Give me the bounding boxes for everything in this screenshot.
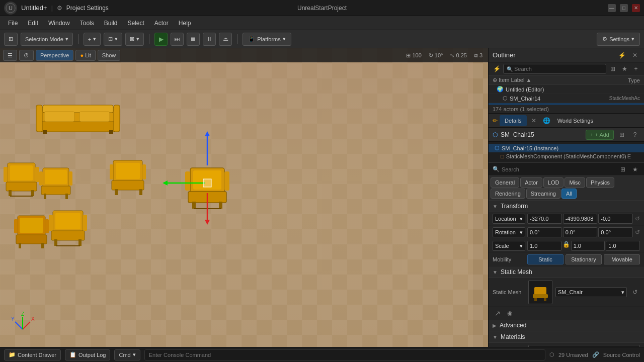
outliner-search-input[interactable] — [514, 66, 603, 72]
details-close-button[interactable]: ✕ — [529, 116, 539, 126]
component-title: SM_Chair15 — [501, 131, 583, 138]
filter-actor[interactable]: Actor — [520, 177, 542, 188]
minimize-button[interactable]: — — [608, 4, 616, 12]
menu-file[interactable]: File — [4, 19, 22, 28]
scale-z-input[interactable]: 1.0 — [606, 241, 640, 251]
viewport[interactable]: ☰ ⏱ Perspective ● Lit Show ⊞ 100 ↻ 10° — [0, 48, 488, 347]
rotation-y-input[interactable]: 0.0° — [563, 227, 598, 237]
outliner-search-bar[interactable]: 🔍 — [503, 64, 606, 74]
element0-value[interactable]: M_Chair... — [528, 345, 640, 347]
outliner-add-button[interactable]: + — [631, 64, 641, 74]
filter-misc[interactable]: Misc — [565, 177, 585, 188]
menu-select[interactable]: Select — [123, 19, 148, 28]
location-label: Location ▾ — [493, 214, 525, 224]
details-help-button[interactable]: ? — [630, 130, 640, 140]
outliner-toolbar-filter[interactable]: ⚡ — [492, 64, 502, 74]
mobility-movable-button[interactable]: Movable — [604, 254, 640, 264]
menu-help[interactable]: Help — [175, 19, 195, 28]
output-log-button[interactable]: 📋 Output Log — [65, 349, 110, 360]
tab-details[interactable]: Details — [500, 115, 527, 126]
add-component-button[interactable]: + + Add — [586, 130, 614, 140]
sm-browse-button[interactable]: ↗ — [493, 308, 503, 318]
sm-refresh-button[interactable]: ↺ — [630, 287, 640, 297]
col-type: Type — [628, 77, 640, 83]
filter-rendering[interactable]: Rendering — [491, 189, 525, 199]
filter-lod[interactable]: LOD — [543, 177, 564, 188]
outliner-filter-button[interactable]: ⚡ — [617, 50, 627, 60]
sm-find-button[interactable]: ◉ — [505, 308, 515, 318]
output-log-label: Output Log — [78, 352, 106, 358]
materials-section-header[interactable]: ▼ Materials — [489, 331, 644, 343]
scale-x-input[interactable]: 1.0 — [527, 241, 561, 251]
project-settings-label[interactable]: Project Settings — [66, 5, 109, 12]
snap-button[interactable]: ⊡ ▾ — [104, 33, 122, 46]
lit-button[interactable]: ● Lit — [75, 50, 95, 61]
advanced-section-header[interactable]: ▶ Advanced — [489, 320, 644, 331]
plus-icon2: + — [590, 132, 593, 138]
outliner-close-button[interactable]: ✕ — [630, 50, 640, 60]
outliner-star-button[interactable]: ★ — [619, 64, 629, 74]
location-reset-button[interactable]: ↺ — [635, 215, 640, 222]
sm-select-dropdown[interactable]: SM_Chair ▾ — [555, 287, 627, 297]
rotation-x-input[interactable]: 0.0° — [527, 227, 562, 237]
scale-y-input[interactable]: 1.0 — [571, 241, 605, 251]
stop-button[interactable]: ⏹ — [187, 33, 200, 46]
play-button[interactable]: ▶ — [154, 33, 168, 46]
show-button[interactable]: Show — [98, 50, 121, 61]
mobility-stationary-button[interactable]: Stationary — [566, 254, 602, 264]
sofa-object — [36, 105, 120, 134]
details-search-grid[interactable]: ⊞ — [618, 164, 628, 174]
perspective-button[interactable]: Perspective — [36, 50, 73, 61]
eject-button[interactable]: ⏏ — [219, 33, 232, 46]
outliner-grid-button[interactable]: ⊞ — [608, 64, 618, 74]
outliner-item-editor[interactable]: 🌍 Untitled (Editor) — [489, 85, 644, 94]
content-drawer-button[interactable]: 📁 Content Drawer — [4, 349, 61, 360]
scale-dropdown[interactable]: Scale ▾ — [493, 241, 525, 251]
project-name[interactable]: Untitled+ — [21, 4, 47, 12]
selection-mode-button[interactable]: Selection Mode ▾ — [21, 33, 73, 46]
menu-tools[interactable]: Tools — [76, 19, 98, 28]
console-input[interactable] — [144, 349, 545, 360]
mobility-static-button[interactable]: Static — [527, 254, 564, 264]
filter-all[interactable]: All — [561, 189, 577, 199]
add-content-button[interactable]: + ▾ — [84, 33, 101, 46]
transform-button[interactable]: ⊠ ▾ — [125, 33, 144, 46]
filter-physics[interactable]: Physics — [586, 177, 614, 188]
menu-build[interactable]: Build — [100, 19, 122, 28]
menu-actor[interactable]: Actor — [150, 19, 173, 28]
filter-general[interactable]: General — [491, 177, 519, 188]
pause-button[interactable]: ⏸ — [203, 33, 216, 46]
advance-frame-button[interactable]: ⏭ — [171, 33, 184, 46]
realtime-button[interactable]: ⏱ — [19, 50, 34, 61]
rotation-dropdown[interactable]: Rotation ▾ — [493, 227, 525, 237]
comp-mesh-component[interactable]: □ StaticMeshComponent (StaticMeshCompone… — [489, 152, 644, 160]
transform-icon: ⊠ — [130, 36, 134, 42]
transform-section-header[interactable]: ▼ Transform — [489, 201, 644, 212]
rotation-z-input[interactable]: 0.0° — [598, 227, 633, 237]
static-mesh-section-header[interactable]: ▼ Static Mesh — [489, 266, 644, 278]
filter-streaming[interactable]: Streaming — [526, 189, 560, 199]
comp-instance[interactable]: ⬡ SM_Chair15 (Instance) — [489, 144, 644, 152]
platforms-button[interactable]: 📱 Platforms ▾ — [243, 33, 291, 46]
loc-y-value: -4390.9808 — [566, 216, 594, 222]
location-dropdown[interactable]: Location ▾ — [493, 214, 525, 224]
svg-rect-48 — [115, 189, 118, 195]
details-search-input[interactable] — [502, 166, 616, 172]
settings-button[interactable]: ⚙ Settings ▾ — [597, 33, 640, 46]
viewport-menu-button[interactable]: ☰ — [3, 50, 17, 61]
outliner-item-chair14[interactable]: ⬡ SM_Chair14 StaticMeshAc — [489, 94, 644, 103]
menu-edit[interactable]: Edit — [24, 19, 42, 28]
close-button[interactable]: ✕ — [632, 4, 640, 12]
viewport-options-button[interactable]: ⊞ — [4, 33, 18, 46]
lock-icon[interactable]: 🔒 — [562, 241, 570, 251]
details-search-star[interactable]: ★ — [630, 164, 640, 174]
menu-window[interactable]: Window — [44, 19, 74, 28]
details-copy-button[interactable]: ⊞ — [617, 130, 627, 140]
maximize-button[interactable]: □ — [620, 4, 628, 12]
cmd-button[interactable]: Cmd ▾ — [114, 349, 140, 360]
location-x-input[interactable]: -3270.0 — [527, 214, 562, 224]
tab-world-settings[interactable]: World Settings — [552, 115, 598, 126]
location-z-input[interactable]: -0.0 — [598, 214, 633, 224]
location-y-input[interactable]: -4390.9808 — [563, 214, 598, 224]
rotation-reset-button[interactable]: ↺ — [635, 229, 640, 236]
